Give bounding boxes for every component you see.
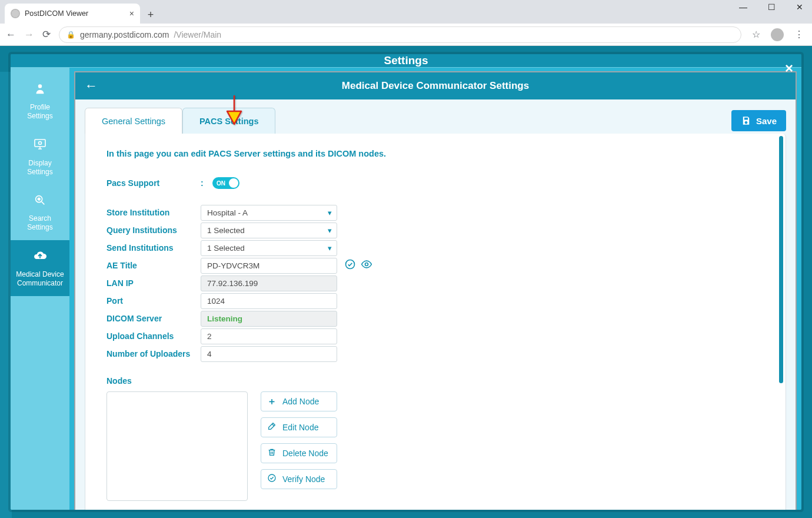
trash-icon — [267, 447, 277, 459]
window-maximize-icon[interactable]: ☐ — [763, 2, 780, 12]
rail-search-settings[interactable]: Search Settings — [11, 185, 69, 240]
chevron-down-icon: ▾ — [328, 208, 332, 217]
rail-display-settings[interactable]: Display Settings — [11, 129, 69, 185]
add-node-button[interactable]: ＋ Add Node — [261, 391, 337, 411]
nav-reload-icon[interactable]: ⟳ — [42, 28, 51, 41]
number-of-uploaders-value: 4 — [207, 350, 212, 358]
window-close-icon[interactable]: ✕ — [791, 2, 808, 12]
ae-title-input[interactable]: PD-YDVCR3M — [201, 258, 337, 274]
rail-label-b: Settings — [27, 168, 52, 176]
tab-bar: General Settings PACS Settings Save — [85, 108, 786, 134]
nodes-row: ＋ Add Node Edit Node — [107, 391, 764, 501]
row-query-institutions: Query Institutions 1 Selected ▾ — [107, 222, 764, 238]
row-number-of-uploaders: Number of Uploaders 4 — [107, 346, 764, 362]
profile-avatar-icon[interactable] — [771, 28, 784, 41]
tab-title: PostDICOM Viewer — [25, 9, 88, 18]
rail-medical-device-communicator[interactable]: Medical Device Communicator — [11, 240, 69, 296]
check-circle-icon — [267, 473, 277, 485]
save-button[interactable]: Save — [731, 110, 786, 131]
rail-label-a: Profile — [30, 103, 50, 111]
svg-point-5 — [346, 260, 355, 269]
url-input[interactable]: 🔒 germany.postdicom.com/Viewer/Main — [59, 26, 741, 43]
settings-modal: Settings × Profile Settings Display — [11, 54, 801, 510]
pacs-support-toggle[interactable]: ON — [212, 177, 239, 189]
edit-node-button[interactable]: Edit Node — [261, 417, 337, 437]
toggle-on-text: ON — [212, 180, 225, 187]
settings-rail: Profile Settings Display Settings Search… — [11, 68, 69, 510]
rail-label-b: Communicator — [17, 279, 63, 287]
add-node-label: Add Node — [282, 397, 319, 406]
query-institutions-select[interactable]: 1 Selected ▾ — [201, 223, 337, 238]
svg-point-2 — [39, 142, 42, 145]
svg-rect-1 — [35, 140, 45, 147]
delete-node-label: Delete Node — [282, 449, 328, 458]
person-icon — [14, 82, 66, 99]
row-pacs-support: Pacs Support : ON — [107, 175, 764, 191]
store-institution-select[interactable]: Hospital - A ▾ — [201, 205, 337, 221]
scrollbar-thumb[interactable] — [779, 136, 783, 383]
panel-title: Medical Device Communicator Settings — [342, 80, 529, 92]
chevron-down-icon: ▾ — [328, 244, 332, 253]
store-institution-value: Hospital - A — [207, 208, 248, 217]
label-ae-title: AE Title — [107, 261, 201, 270]
url-path: /Viewer/Main — [174, 30, 221, 39]
dicom-server-status: Listening — [201, 311, 337, 327]
eye-icon[interactable] — [361, 258, 372, 273]
number-of-uploaders-input[interactable]: 4 — [201, 346, 337, 362]
browser-menu-icon[interactable]: ⋮ — [792, 29, 806, 40]
magnifier-gear-icon — [14, 193, 66, 211]
send-institutions-select[interactable]: 1 Selected ▾ — [201, 240, 337, 256]
chevron-down-icon: ▾ — [328, 226, 332, 235]
colon: : — [201, 178, 212, 188]
nodes-section-label: Nodes — [107, 376, 764, 386]
rail-label-a: Display — [28, 159, 51, 167]
verify-node-label: Verify Node — [282, 474, 325, 484]
window-minimize-icon[interactable]: — — [734, 2, 752, 12]
modal-titlebar: Settings × — [11, 54, 801, 67]
upload-channels-value: 2 — [207, 332, 212, 341]
annotation-arrow-icon — [224, 95, 245, 129]
bookmark-star-icon[interactable]: ☆ — [750, 29, 763, 40]
row-ae-title: AE Title PD-YDVCR3M — [107, 257, 764, 274]
ae-title-value: PD-YDVCR3M — [207, 261, 259, 270]
row-lan-ip: LAN IP 77.92.136.199 — [107, 275, 764, 291]
query-institutions-value: 1 Selected — [207, 226, 245, 235]
panel-header: ← Medical Device Communicator Settings — [75, 72, 796, 99]
address-bar: ← → ⟳ 🔒 germany.postdicom.com/Viewer/Mai… — [0, 24, 812, 46]
lan-ip-field: 77.92.136.199 — [201, 275, 337, 291]
verify-node-button[interactable]: Verify Node — [261, 469, 337, 489]
nodes-listbox[interactable] — [107, 391, 248, 501]
browser-tab[interactable]: PostDICOM Viewer × — [5, 4, 140, 24]
lock-icon: 🔒 — [66, 31, 75, 39]
cloud-upload-icon — [14, 248, 66, 267]
app-sidebar-bg — [0, 72, 12, 518]
new-tab-button[interactable]: + — [140, 9, 157, 24]
ae-title-side-icons — [344, 258, 372, 273]
panel-back-icon[interactable]: ← — [85, 78, 98, 94]
node-actions: ＋ Add Node Edit Node — [261, 391, 337, 489]
url-host: germany.postdicom.com — [80, 30, 169, 39]
nav-back-icon[interactable]: ← — [6, 29, 16, 41]
label-query-institutions: Query Institutions — [107, 225, 201, 235]
dicom-server-value: Listening — [207, 314, 242, 323]
delete-node-button[interactable]: Delete Node — [261, 443, 337, 463]
check-circle-icon[interactable] — [344, 258, 356, 273]
app-viewport: postDICOM Settings × Profile Settings — [0, 46, 812, 518]
tab-general-settings[interactable]: General Settings — [85, 108, 182, 134]
nav-forward-icon[interactable]: → — [24, 29, 34, 41]
label-port: Port — [107, 296, 201, 306]
upload-channels-input[interactable]: 2 — [201, 328, 337, 344]
window-controls: — ☐ ✕ — [734, 2, 808, 12]
label-number-of-uploaders: Number of Uploaders — [107, 349, 201, 358]
row-store-institution: Store Institution Hospital - A ▾ — [107, 204, 764, 221]
panel-body: General Settings PACS Settings Save In t… — [75, 99, 796, 510]
browser-tab-strip: PostDICOM Viewer × + — ☐ ✕ — [0, 0, 812, 24]
rail-profile-settings[interactable]: Profile Settings — [11, 74, 69, 129]
panel-wrap: ← Medical Device Communicator Settings G… — [69, 68, 801, 510]
edit-node-label: Edit Node — [282, 423, 318, 432]
send-institutions-value: 1 Selected — [207, 244, 245, 253]
panel: ← Medical Device Communicator Settings G… — [74, 71, 797, 510]
rail-label-a: Search — [29, 214, 51, 223]
tab-close-icon[interactable]: × — [129, 9, 134, 18]
port-input[interactable]: 1024 — [201, 293, 337, 309]
